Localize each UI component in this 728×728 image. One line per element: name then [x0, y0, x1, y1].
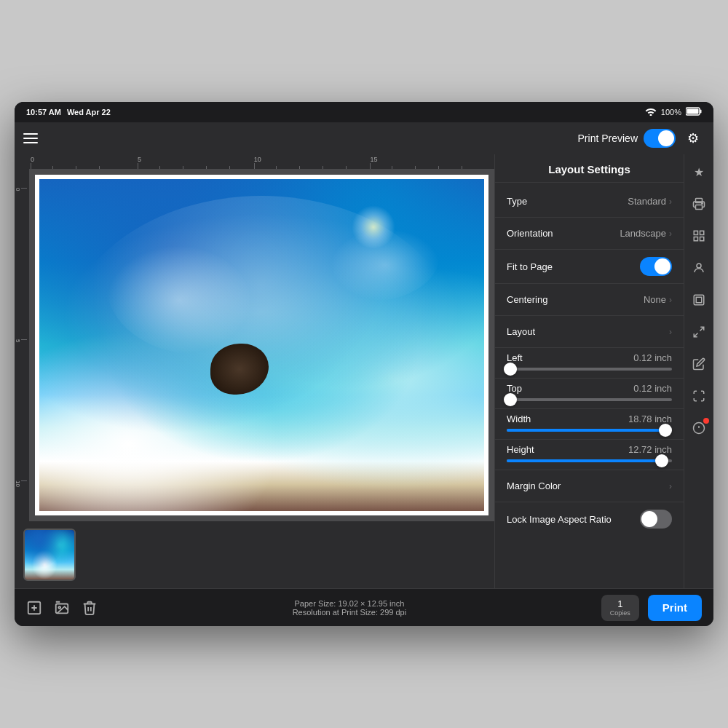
toggle-knob [658, 130, 674, 146]
left-tick-5: 5 [15, 338, 27, 342]
width-slider-fill [507, 429, 665, 432]
left-ruler: 0 5 10 [15, 169, 29, 521]
print-preview-toggle[interactable] [644, 129, 676, 148]
date-display: Wed Apr 22 [67, 108, 111, 116]
left-slider-value: 0.12 inch [633, 352, 672, 363]
minor-tick [415, 166, 416, 169]
fit-to-page-toggle[interactable] [640, 257, 672, 276]
delete-button[interactable] [82, 600, 98, 616]
svg-rect-2 [687, 109, 699, 114]
resolution-value: 299 dpi [380, 608, 406, 617]
ruler-tick-15: 15 [368, 156, 377, 169]
toolbar-right: Print Preview ⚙ [578, 127, 705, 150]
setting-orientation[interactable]: Orientation Landscape › [495, 218, 684, 250]
margin-color-chevron: › [669, 481, 672, 491]
top-ruler: 0 5 10 15 [15, 154, 494, 169]
expand-icon[interactable] [687, 320, 711, 344]
setting-type[interactable]: Type Standard › [495, 186, 684, 218]
minor-tick [438, 166, 439, 169]
minor-tick [392, 166, 392, 169]
setting-layout[interactable]: Layout › [495, 316, 684, 348]
lock-aspect-knob [641, 511, 657, 527]
frame-icon[interactable] [687, 288, 711, 312]
type-chevron: › [669, 197, 672, 207]
time-display: 10:57 AM [26, 108, 61, 116]
top-slider-thumb[interactable] [504, 393, 517, 406]
print-button[interactable]: Print [648, 595, 702, 621]
paper-size-value: 19.02 × 12.95 inch [338, 599, 404, 608]
grid-icon[interactable] [687, 224, 711, 248]
copies-count: 1 [617, 598, 622, 609]
left-tick-10: 10 [15, 479, 27, 487]
left-slider-thumb[interactable] [504, 363, 517, 376]
svg-rect-11 [694, 295, 704, 305]
copies-label: Copies [610, 609, 630, 617]
type-label: Type [507, 196, 527, 207]
centering-label: Centering [507, 294, 547, 305]
setting-margin-color[interactable]: Margin Color › [495, 470, 684, 502]
toolbar-left [23, 133, 38, 143]
top-slider-track[interactable] [507, 398, 672, 401]
menu-button[interactable] [23, 133, 38, 143]
svg-point-10 [697, 264, 701, 268]
setting-lock-aspect[interactable]: Lock Image Aspect Ratio [495, 502, 684, 536]
ruler-tick-10: 10 [253, 156, 261, 169]
status-bar: 10:57 AM Wed Apr 22 100% [15, 102, 713, 122]
info-icon[interactable] [687, 416, 711, 440]
height-slider-track[interactable] [507, 459, 672, 462]
top-slider-value: 0.12 inch [633, 383, 672, 394]
person-icon[interactable] [687, 256, 711, 280]
thumbnail-item[interactable] [23, 529, 76, 581]
paper-size-line: Paper Size: 19.02 × 12.95 inch [295, 599, 405, 608]
svg-rect-7 [700, 231, 704, 234]
height-slider-thumb[interactable] [655, 454, 668, 467]
bottom-right-actions: 1 Copies Print [601, 595, 702, 621]
side-icons-panel: ★ [684, 154, 713, 588]
orientation-label: Orientation [507, 228, 553, 239]
copies-control[interactable]: 1 Copies [601, 595, 639, 621]
print-canvas [29, 169, 494, 521]
svg-rect-8 [694, 237, 697, 241]
battery-icon [686, 107, 702, 117]
layout-label: Layout [507, 326, 535, 337]
width-slider-thumb[interactable] [659, 424, 672, 437]
paper-size-label: Paper Size: [295, 599, 336, 608]
minor-tick [346, 166, 347, 169]
slider-width: Width 18.78 inch [495, 409, 684, 440]
minor-tick [99, 166, 100, 169]
add-photo-button[interactable] [54, 600, 70, 616]
setting-centering[interactable]: Centering None › [495, 284, 684, 316]
device-frame: 10:57 AM Wed Apr 22 100% [15, 102, 713, 626]
panel-title: Layout Settings [548, 163, 630, 175]
minor-tick [76, 166, 76, 169]
margin-color-label: Margin Color [507, 480, 561, 491]
minor-tick [183, 166, 183, 169]
lock-aspect-toggle[interactable] [640, 510, 672, 529]
svg-rect-12 [696, 297, 702, 303]
left-tick-0: 0 [15, 186, 27, 191]
ruler-image-container: 0 5 10 15 [15, 154, 494, 521]
pencil-icon[interactable] [687, 352, 711, 376]
star-icon[interactable]: ★ [687, 160, 711, 183]
slider-left: Left 0.12 inch [495, 348, 684, 379]
minor-tick [276, 166, 277, 169]
fullscreen-icon[interactable] [687, 384, 711, 408]
left-slider-track[interactable] [507, 368, 672, 371]
toolbar: Print Preview ⚙ [15, 122, 713, 154]
panel-content: Type Standard › Orientation Landscape › [495, 183, 684, 588]
width-slider-track[interactable] [507, 429, 672, 432]
import-button[interactable] [26, 600, 42, 616]
panel-header: Layout Settings [495, 154, 684, 183]
thumbnail-strip [15, 521, 494, 588]
printer-icon[interactable] [687, 192, 711, 215]
lock-aspect-label: Lock Image Aspect Ratio [507, 514, 612, 525]
setting-fit-to-page[interactable]: Fit to Page [495, 250, 684, 284]
right-panel: Layout Settings Type Standard › Orientat… [494, 154, 684, 588]
image-row: 0 5 10 [15, 169, 494, 521]
status-right: 100% [645, 107, 702, 117]
width-slider-label: Width [507, 414, 531, 424]
minor-tick [229, 166, 230, 169]
fit-to-page-knob [654, 258, 670, 274]
type-value: Standard › [628, 196, 672, 207]
settings-button[interactable]: ⚙ [681, 127, 705, 150]
